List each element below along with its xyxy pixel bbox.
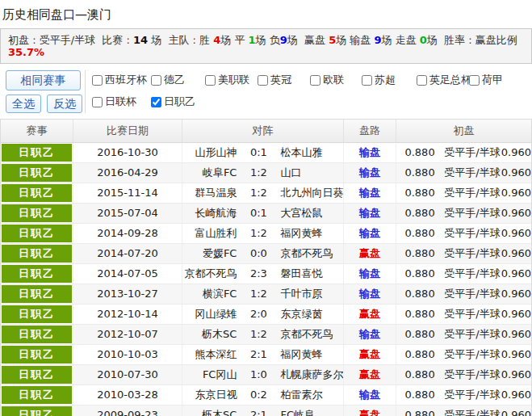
- stats-segment: 4: [213, 34, 220, 46]
- same-events-button[interactable]: 相同赛事: [6, 70, 81, 90]
- home-odds: 0.880: [396, 284, 443, 304]
- away-team: 柏雷素尔: [275, 385, 343, 405]
- home-odds: 0.880: [396, 365, 443, 384]
- table-row: 日职乙2014-07-20爱媛FC0:0京都不死鸟赢盘0.880受平手/半球0.…: [1, 244, 531, 264]
- matchup-cell: 枥木SC1:2京都不死鸟: [182, 325, 344, 344]
- column-header: 比赛日期: [73, 120, 182, 142]
- checkbox-input[interactable]: [151, 75, 161, 86]
- table-row: 日职乙2012-10-14冈山绿雉2:0东京绿茵赢盘0.880受平手/半球0.9…: [1, 305, 531, 325]
- home-team: 山形山神: [182, 143, 241, 162]
- match-score: 2:1: [241, 345, 275, 364]
- checkbox-input[interactable]: [92, 75, 103, 86]
- checkbox-input[interactable]: [258, 75, 268, 86]
- league-badge: 日职乙: [2, 225, 72, 242]
- match-score: 0:1: [241, 204, 275, 223]
- league-checkbox[interactable]: 荷甲: [469, 73, 532, 87]
- checkbox-label: 英冠: [270, 73, 291, 87]
- page-title: 历史相同盘口—澳门: [0, 0, 532, 28]
- league-checkbox[interactable]: 英冠: [258, 73, 310, 87]
- checkbox-label: 美职联: [218, 73, 249, 87]
- checkbox-row: 日联杯日职乙: [92, 95, 532, 109]
- league-checkbox[interactable]: 西班牙杯: [92, 73, 151, 87]
- matchup-cell: 长崎航海0:1大宫松鼠: [182, 204, 344, 223]
- match-date: 2014-07-05: [73, 264, 182, 284]
- league-checkbox[interactable]: 日联杯: [92, 95, 151, 109]
- league-checkbox-group: 西班牙杯德乙美职联英冠欧联苏超英足总杯荷甲日联杯日职乙: [86, 70, 532, 113]
- stats-segment: 场 胜率 : 赢盘比例: [427, 34, 521, 46]
- away-odds: 0.960: [501, 385, 531, 405]
- league-checkbox[interactable]: 英足总杯: [417, 73, 469, 87]
- home-team: 熊本深红: [182, 345, 241, 364]
- league-badge: 日职乙: [2, 366, 72, 384]
- league-checkbox[interactable]: 欧联: [310, 73, 362, 87]
- checkbox-input[interactable]: [417, 75, 427, 86]
- home-odds: 0.880: [396, 163, 443, 183]
- match-date: 2013-10-27: [73, 284, 182, 304]
- checkbox-label: 苏超: [375, 73, 396, 87]
- stats-segment: 9: [280, 34, 287, 46]
- league-checkbox[interactable]: 日职乙: [151, 95, 205, 109]
- table-row: 日职乙2016-04-29岐阜FC1:2山口输盘0.880受平手/半球0.960: [1, 163, 531, 183]
- away-odds: 0.960: [501, 284, 531, 304]
- select-all-button[interactable]: 全选: [6, 95, 41, 113]
- match-date: 2012-10-07: [73, 325, 182, 344]
- stats-segment: 初盘 : 受平手/半球 比赛 :: [8, 34, 133, 46]
- match-date: 2010-07-30: [73, 365, 182, 384]
- handicap-line: 受平手/半球: [443, 385, 501, 405]
- matchup-cell: 枥木SC2:1FC岐阜: [182, 405, 344, 416]
- home-odds: 0.880: [396, 143, 443, 162]
- checkbox-input[interactable]: [151, 97, 161, 107]
- away-team: FC岐阜: [275, 405, 343, 416]
- away-team: 千叶市原: [275, 284, 343, 304]
- table-row: 日职乙2010-03-28东京日视0:2柏雷素尔输盘0.880受平手/半球0.9…: [1, 385, 531, 405]
- table-header-row: 赛事比赛日期对阵盘路初盘: [1, 120, 531, 143]
- league-cell: 日职乙: [1, 305, 73, 324]
- league-checkbox[interactable]: 苏超: [362, 73, 417, 87]
- checkbox-input[interactable]: [469, 75, 480, 86]
- league-badge: 日职乙: [2, 406, 72, 416]
- league-cell: 日职乙: [1, 204, 73, 223]
- handicap-line: 受平手/半球: [443, 325, 501, 344]
- handicap-line: 受平手/半球: [443, 305, 501, 324]
- column-header: 赛事: [1, 120, 73, 142]
- table-row: 日职乙2010-10-03熊本深红2:1福冈黄蜂赢盘0.880受平手/半球0.9…: [1, 345, 531, 365]
- initial-odds-cell: 0.880受平手/半球0.960: [396, 405, 531, 416]
- match-score: 1:2: [241, 325, 275, 344]
- home-odds: 0.880: [396, 305, 443, 324]
- home-team: 枥木SC: [182, 405, 241, 416]
- checkbox-input[interactable]: [205, 75, 216, 86]
- league-cell: 日职乙: [1, 345, 73, 364]
- match-date: 2015-11-14: [73, 183, 182, 203]
- stats-segment: 场 输盘: [336, 34, 374, 46]
- home-odds: 0.880: [396, 244, 443, 263]
- checkbox-input[interactable]: [92, 97, 103, 107]
- away-odds: 0.960: [501, 143, 531, 162]
- league-badge: 日职乙: [2, 326, 72, 343]
- league-badge: 日职乙: [2, 245, 72, 263]
- away-team: 大宫松鼠: [275, 204, 343, 223]
- initial-odds-cell: 0.880受平手/半球0.960: [396, 305, 531, 324]
- league-badge: 日职乙: [2, 265, 72, 283]
- handicap-result: 输盘: [344, 325, 396, 344]
- checkbox-label: 英足总杯: [429, 73, 471, 87]
- away-odds: 0.960: [501, 365, 531, 384]
- match-date: 2016-04-29: [73, 163, 182, 183]
- invert-selection-button[interactable]: 反选: [47, 95, 82, 113]
- checkbox-input[interactable]: [362, 75, 372, 86]
- checkbox-input[interactable]: [310, 75, 320, 86]
- table-row: 日职乙2014-07-05京都不死鸟2:3磐田喜悦输盘0.880受平手/半球0.…: [1, 264, 531, 284]
- handicap-line: 受平手/半球: [443, 284, 501, 304]
- match-score: 1:2: [241, 163, 275, 183]
- handicap-result: 赢盘: [344, 345, 396, 364]
- stats-segment: 场 主队 : 胜: [148, 34, 213, 46]
- league-checkbox[interactable]: 德乙: [151, 73, 205, 87]
- table-row: 日职乙2012-10-07枥木SC1:2京都不死鸟输盘0.880受平手/半球0.…: [1, 325, 531, 345]
- handicap-result: 输盘: [344, 284, 396, 304]
- league-checkbox[interactable]: 美职联: [205, 73, 258, 87]
- home-team: 东京日视: [182, 385, 241, 405]
- league-cell: 日职乙: [1, 405, 73, 416]
- away-odds: 0.960: [501, 204, 531, 223]
- home-odds: 0.880: [396, 183, 443, 203]
- away-odds: 0.960: [501, 224, 531, 243]
- match-score: 1:2: [241, 183, 275, 203]
